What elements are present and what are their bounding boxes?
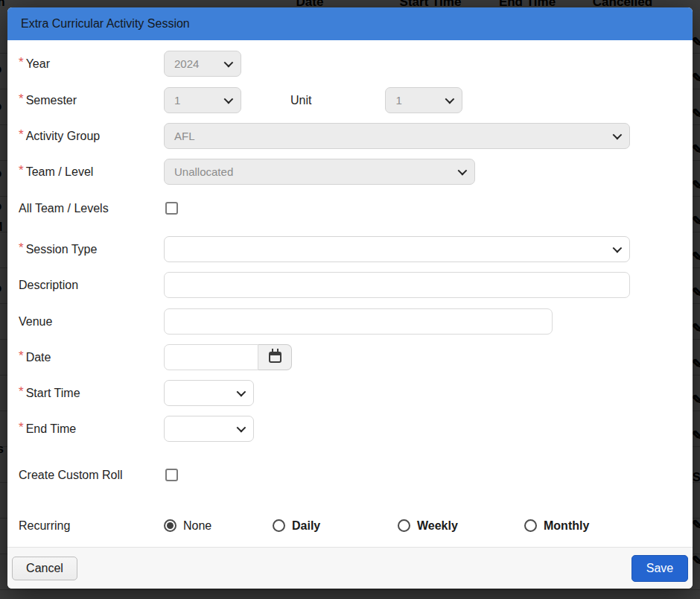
field-row-date: * Date	[7, 344, 693, 370]
recurring-option-none[interactable]: None	[164, 519, 273, 533]
field-row-activity-group: * Activity Group AFL	[7, 123, 693, 149]
chevron-down-icon	[445, 95, 455, 104]
unit-label: Unit	[290, 94, 311, 107]
activity-group-label-text: Activity Group	[26, 130, 101, 143]
recurring-label-text: Recurring	[19, 519, 70, 533]
radio-selected-icon	[164, 519, 176, 532]
required-asterisk: *	[19, 167, 24, 174]
all-team-levels-label: All Team / Levels	[19, 202, 164, 215]
field-row-semester: * Semester 1 Unit 1	[7, 87, 693, 113]
extra-curricular-session-dialog: Extra Curricular Activity Session * Year…	[7, 7, 693, 589]
recurring-option-daily[interactable]: Daily	[273, 519, 398, 533]
dialog-footer: Cancel Save	[7, 547, 693, 589]
chevron-down-icon	[613, 244, 623, 253]
unit-select[interactable]: 1	[385, 87, 462, 113]
field-row-venue: Venue	[7, 308, 693, 335]
required-asterisk: *	[19, 352, 24, 360]
recurring-option-weekly-label: Weekly	[417, 519, 458, 533]
recurring-option-monthly[interactable]: Monthly	[524, 519, 589, 533]
dialog-body: * Year 2024 * Semester 1 Unit 1	[7, 40, 693, 547]
description-label-text: Description	[19, 279, 78, 292]
chevron-down-icon	[237, 423, 246, 433]
venue-label-text: Venue	[19, 315, 52, 329]
venue-input[interactable]	[164, 308, 553, 335]
create-custom-roll-label: Create Custom Roll	[19, 469, 164, 482]
recurring-option-daily-label: Daily	[292, 519, 320, 533]
session-type-label: * Session Type	[19, 243, 164, 256]
all-team-levels-label-text: All Team / Levels	[19, 202, 109, 215]
field-row-create-custom-roll: Create Custom Roll	[7, 462, 693, 488]
calendar-icon	[269, 352, 281, 363]
recurring-option-weekly[interactable]: Weekly	[398, 519, 524, 533]
start-time-label-text: Start Time	[26, 387, 80, 400]
date-label-text: Date	[26, 351, 51, 364]
session-type-select[interactable]	[164, 236, 630, 262]
dialog-header: Extra Curricular Activity Session	[7, 7, 693, 40]
field-row-recurring: Recurring None Daily Weekly Monthly	[7, 513, 693, 539]
required-asterisk: *	[19, 59, 24, 66]
field-row-session-type: * Session Type	[7, 236, 693, 262]
radio-unselected-icon	[524, 519, 537, 532]
year-label-text: Year	[26, 57, 50, 71]
activity-group-select-value: AFL	[174, 130, 195, 142]
field-row-start-time: * Start Time	[7, 380, 693, 406]
field-row-year: * Year 2024	[7, 51, 693, 77]
start-time-label: * Start Time	[19, 387, 164, 400]
date-picker-button[interactable]	[258, 344, 292, 370]
radio-unselected-icon	[398, 519, 410, 532]
end-time-label: * End Time	[19, 422, 164, 436]
all-team-levels-checkbox[interactable]	[165, 202, 178, 215]
field-row-description: Description	[7, 272, 693, 298]
field-row-team-level: * Team / Level Unallocated	[7, 159, 693, 185]
end-time-label-text: End Time	[26, 422, 77, 436]
required-asterisk: *	[19, 95, 24, 103]
semester-label: * Semester	[19, 94, 164, 107]
field-row-all-team-levels: All Team / Levels	[7, 195, 693, 221]
description-label: Description	[19, 279, 164, 292]
required-asterisk: *	[19, 244, 24, 252]
year-select-value: 2024	[174, 57, 199, 70]
date-input-group	[164, 344, 292, 370]
chevron-down-icon	[613, 130, 623, 140]
create-custom-roll-label-text: Create Custom Roll	[19, 469, 123, 482]
team-level-label-text: Team / Level	[26, 165, 94, 179]
start-time-select[interactable]	[164, 380, 254, 406]
activity-group-select[interactable]: AFL	[164, 123, 630, 149]
recurring-option-monthly-label: Monthly	[544, 519, 589, 533]
required-asterisk: *	[19, 131, 24, 139]
field-row-end-time: * End Time	[7, 416, 693, 442]
unit-select-value: 1	[395, 94, 401, 107]
semester-select-value: 1	[174, 94, 180, 107]
team-level-select[interactable]: Unallocated	[164, 159, 475, 185]
recurring-label: Recurring	[19, 519, 164, 533]
chevron-down-icon	[224, 95, 234, 104]
venue-label: Venue	[19, 315, 164, 329]
end-time-select[interactable]	[164, 416, 254, 442]
activity-group-label: * Activity Group	[19, 130, 164, 143]
date-input[interactable]	[164, 344, 258, 370]
recurring-option-none-label: None	[183, 519, 211, 533]
date-label: * Date	[19, 351, 164, 364]
radio-unselected-icon	[273, 519, 285, 532]
required-asterisk: *	[19, 424, 24, 431]
save-button[interactable]: Save	[631, 555, 688, 582]
year-label: * Year	[19, 57, 164, 71]
chevron-down-icon	[224, 58, 234, 68]
dialog-title: Extra Curricular Activity Session	[21, 17, 190, 31]
description-input[interactable]	[164, 272, 630, 298]
session-type-label-text: Session Type	[26, 243, 98, 256]
semester-select[interactable]: 1	[164, 87, 241, 113]
team-level-select-value: Unallocated	[174, 165, 233, 178]
required-asterisk: *	[19, 388, 24, 396]
year-select[interactable]: 2024	[164, 51, 241, 77]
cancel-button[interactable]: Cancel	[12, 557, 77, 580]
semester-label-text: Semester	[26, 94, 77, 107]
team-level-label: * Team / Level	[19, 165, 164, 179]
create-custom-roll-checkbox[interactable]	[165, 469, 178, 481]
chevron-down-icon	[237, 387, 246, 397]
chevron-down-icon	[458, 166, 468, 176]
